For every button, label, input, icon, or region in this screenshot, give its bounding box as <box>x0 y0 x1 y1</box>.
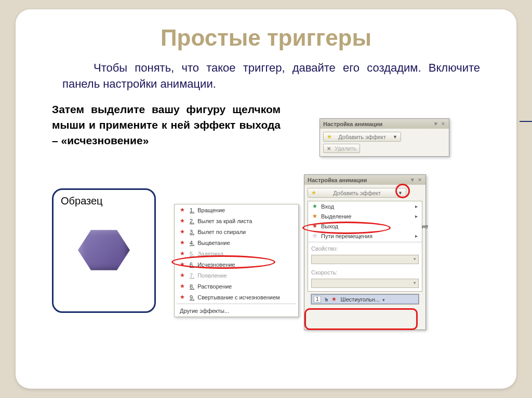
menu-label: Пути перемещения <box>321 233 373 239</box>
paragraph-instruction: Затем выделите вашу фигуру щелчком мыши … <box>52 102 281 149</box>
property-label: Свойство: <box>308 243 422 254</box>
slide: Простые триггеры Чтобы понять, что такое… <box>16 9 516 389</box>
suffix-label: ие <box>422 223 428 229</box>
highlight-box <box>304 308 418 330</box>
star-icon <box>180 239 187 246</box>
star-icon <box>312 232 319 239</box>
star-icon <box>180 294 187 300</box>
animation-panel-back: Настройка анимации ▾ × Добавить эффект ▼… <box>320 118 449 157</box>
star-icon <box>311 189 318 196</box>
slide-title: Простые триггеры <box>31 25 501 51</box>
close-icon[interactable]: × <box>441 120 446 127</box>
dropdown-icon[interactable]: ▾ <box>410 176 415 183</box>
more-effects[interactable]: Другие эффекты... <box>175 305 298 317</box>
star-icon <box>180 261 187 268</box>
property-dropdown[interactable] <box>311 255 419 264</box>
dropdown-icon[interactable]: ▾ <box>433 120 438 127</box>
star-icon <box>180 283 187 290</box>
animation-panel-front: Настройка анимации ▾ × Добавить эффект ▼… <box>304 174 426 330</box>
effect-item[interactable]: 5.Задержка <box>175 248 298 259</box>
separator <box>177 304 296 304</box>
star-icon <box>331 296 338 303</box>
menu-entry[interactable]: Вход <box>308 201 422 211</box>
sample-box: Образец <box>52 188 156 313</box>
star-icon <box>180 272 187 279</box>
star-icon <box>312 223 319 229</box>
chevron-down-icon[interactable] <box>382 296 385 303</box>
effect-item[interactable]: 7.Появление <box>175 270 298 281</box>
chevron-down-icon: ▼ <box>393 134 397 140</box>
effect-item[interactable]: 3.Вылет по спирали <box>175 226 298 237</box>
add-effect-label: Добавить эффект <box>338 134 385 140</box>
menu-emphasis[interactable]: Выделение <box>308 211 422 221</box>
close-icon[interactable]: × <box>417 176 422 183</box>
star-icon <box>312 203 319 210</box>
chevron-down-icon: ▼ <box>398 190 403 196</box>
menu-motion[interactable]: Пути перемещения <box>308 231 422 241</box>
animation-item[interactable]: 1 Шестиугольн... <box>311 294 419 304</box>
effect-category-menu: Вход Выделение Выход ие Пути перемещения… <box>308 201 422 292</box>
mouse-icon <box>324 296 329 303</box>
effect-item[interactable]: 8.Растворение <box>175 281 298 292</box>
effect-item[interactable]: 9.Свертывание с исчезновением <box>175 292 298 303</box>
panel-header: Настройка анимации ▾ × <box>320 119 449 129</box>
menu-label: Выделение <box>321 213 351 219</box>
panel-title: Настройка анимации <box>323 121 382 127</box>
add-effect-button[interactable]: Добавить эффект ▼ <box>323 132 401 142</box>
animation-list: 1 Шестиугольн... <box>311 294 419 305</box>
delete-button[interactable]: Удалить <box>323 144 360 153</box>
star-icon <box>180 207 187 213</box>
speed-dropdown[interactable] <box>311 279 419 288</box>
star-icon <box>180 217 187 224</box>
sample-label: Образец <box>61 195 147 207</box>
speed-label: Скорость: <box>308 267 422 278</box>
separator <box>308 242 422 242</box>
star-icon <box>180 228 187 235</box>
delete-label: Удалить <box>335 145 356 152</box>
delete-icon <box>327 145 332 152</box>
add-effect-button[interactable]: Добавить эффект ▼ <box>308 188 406 198</box>
exit-effects-menu: 1.Вращение 2.Вылет за край листа 3.Вылет… <box>174 204 299 317</box>
paragraph-intro: Чтобы понять, что такое триггер, давайте… <box>62 60 480 92</box>
panel-title: Настройка анимации <box>308 177 367 183</box>
add-effect-label: Добавить эффект <box>333 190 380 196</box>
menu-exit[interactable]: Выход ие <box>308 221 422 231</box>
effect-item-disappear[interactable]: 6.Исчезновение <box>175 259 298 270</box>
menu-label: Вход <box>321 203 334 210</box>
hexagon-shape[interactable] <box>78 228 130 272</box>
effect-item[interactable]: 4.Выцветание <box>175 237 298 248</box>
menu-label: Выход <box>321 223 338 229</box>
item-name: Шестиугольн... <box>341 296 380 303</box>
star-icon <box>180 250 187 257</box>
effect-item[interactable]: 2.Вылет за край листа <box>175 215 298 226</box>
item-index: 1 <box>314 296 321 303</box>
effect-item[interactable]: 1.Вращение <box>175 204 298 215</box>
star-icon <box>312 213 319 219</box>
arrow-icon <box>520 121 532 122</box>
panel-header: Настройка анимации ▾ × <box>304 175 425 185</box>
star-icon <box>327 133 334 140</box>
